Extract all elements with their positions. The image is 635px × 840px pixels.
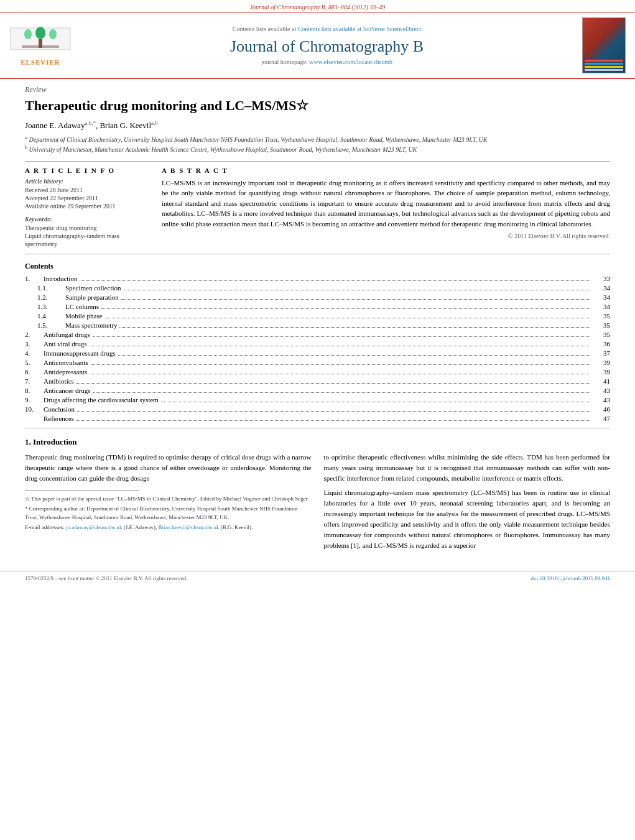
contents-section: Contents 1. Introduction 33 1.1. Specime…	[25, 262, 610, 423]
doi-link[interactable]: doi:10.1016/j.jchromb.2011.09.041	[531, 575, 610, 581]
section-label: Review	[25, 85, 610, 95]
contents-page-6: 39	[591, 368, 610, 376]
footnote-1-symbol: ☆	[25, 496, 30, 502]
contents-table: 1. Introduction 33 1.1. Specimen collect…	[25, 275, 610, 423]
abstract-divider	[25, 254, 610, 254]
contents-row-1-3: 1.3. LC columns 34	[25, 303, 610, 311]
abstract-section: A B S T R A C T LC–MS/MS is an increasin…	[162, 167, 610, 249]
cover-line-4	[585, 69, 623, 71]
affiliation-b: b University of Manchester, Manchester A…	[25, 144, 610, 154]
contents-label-1-1: Specimen collection	[65, 284, 591, 292]
contents-row-4: 4. Immunosuppressant drugs 37	[25, 349, 610, 358]
contents-num-1-3: 1.3.	[37, 303, 65, 310]
keyword-1: Therapeutic drug monitoring	[25, 224, 149, 231]
footnote-2: * Corresponding author at: Department of…	[25, 505, 312, 522]
contents-num-7: 7.	[25, 377, 44, 385]
contents-label-8: Anticancer drugs	[44, 387, 591, 395]
journal-homepage: journal homepage: www.elsevier.com/locat…	[261, 58, 392, 65]
contents-page-1-1: 34	[591, 284, 610, 292]
affiliation-b-sup: b	[25, 145, 27, 150]
contents-page-1-4: 35	[591, 312, 610, 320]
contents-label-9: Drugs affecting the cardiovascular syste…	[44, 396, 591, 404]
email-link-2[interactable]: Brian.keevil@uhsm.nhs.uk	[159, 524, 220, 530]
contents-num-3: 3.	[25, 340, 44, 348]
article-info-heading: A R T I C L E I N F O	[25, 167, 149, 174]
keyword-2: Liquid chromatography–tandem mass	[25, 233, 149, 239]
footer-doi: doi:10.1016/j.jchromb.2011.09.041	[531, 575, 610, 581]
affiliation-a-sup: a	[25, 135, 27, 141]
journal-header: ELSEVIER Contents lists available at Con…	[0, 12, 635, 79]
contents-divider	[25, 428, 610, 428]
cover-decoration	[585, 60, 623, 71]
svg-point-1	[24, 29, 32, 39]
contents-num-2: 2.	[25, 331, 44, 338]
introduction-heading: 1. Introduction	[25, 437, 610, 447]
contents-page-1: 33	[591, 275, 610, 282]
elsevier-logo-area: ELSEVIER	[6, 17, 75, 73]
keywords-label: Keywords:	[25, 216, 149, 223]
footnote-3-text: E-mail addresses: jo.adaway@uhsm.nhs.uk …	[25, 524, 253, 530]
available-date: Available online 29 September 2011	[25, 203, 149, 210]
contents-label-4: Immunosuppressant drugs	[44, 349, 591, 358]
contents-label-1-4: Mobile phase	[65, 312, 591, 320]
contents-num-4: 4.	[25, 349, 44, 357]
abstract-heading: A B S T R A C T	[162, 167, 610, 174]
introduction-section: 1. Introduction Therapeutic drug monitor…	[25, 437, 610, 555]
contents-label-1-5: Mass spectrometry	[65, 321, 591, 330]
contents-num-1-1: 1.1.	[37, 284, 65, 292]
contents-page-2: 35	[591, 331, 610, 338]
footnote-3: E-mail addresses: jo.adaway@uhsm.nhs.uk …	[25, 524, 312, 532]
homepage-link[interactable]: www.elsevier.com/locate/chromb	[309, 58, 392, 65]
contents-num-1-5: 1.5.	[37, 321, 65, 329]
page: Journal of Chromatography B, 883–884 (20…	[0, 0, 635, 840]
contents-page-7: 41	[591, 377, 610, 385]
abstract-text: LC–MS/MS is an increasingly important to…	[162, 178, 610, 229]
contents-row-2: 2. Antifungal drugs 35	[25, 331, 610, 339]
contents-row-6: 6. Antidepressants 39	[25, 368, 610, 376]
svg-point-3	[49, 29, 57, 39]
contents-label-ref: References	[44, 415, 591, 423]
intro-two-col: Therapeutic drug monitoring (TDM) is req…	[25, 452, 610, 555]
elsevier-label: ELSEVIER	[9, 58, 72, 66]
elsevier-logo-svg	[9, 27, 72, 55]
contents-num-6: 6.	[25, 368, 44, 376]
journal-title: Journal of Chromatography B	[230, 37, 424, 56]
elsevier-logo: ELSEVIER	[9, 27, 72, 64]
svg-point-2	[35, 27, 45, 39]
cover-image	[582, 17, 626, 73]
contents-page-10: 46	[591, 405, 610, 413]
contents-row-5: 5. Anticonvulsants 39	[25, 359, 610, 367]
affiliation-a: a Department of Clinical Biochemistry, U…	[25, 134, 610, 144]
authors-line: Joanne E. Adawaya,b,*, Brian G. Keevila,…	[25, 120, 610, 131]
journal-cover	[579, 17, 629, 73]
contents-label-2: Antifungal drugs	[44, 331, 591, 339]
cover-line-1	[585, 60, 623, 62]
intro-para-1: Therapeutic drug monitoring (TDM) is req…	[25, 452, 312, 484]
contents-num-8: 8.	[25, 387, 44, 394]
footnote-2-text: Corresponding author at: Department of C…	[25, 505, 297, 520]
contents-num-1: 1.	[25, 275, 44, 282]
copyright-line: © 2011 Elsevier B.V. All rights reserved…	[162, 233, 610, 239]
contents-page-1-5: 35	[591, 321, 610, 329]
contents-row-10: 10. Conclusion 46	[25, 405, 610, 413]
contents-label-1-3: LC columns	[65, 303, 591, 311]
email-link-1[interactable]: jo.adaway@uhsm.nhs.uk	[66, 524, 123, 530]
contents-num-1-2: 1.2.	[37, 293, 65, 301]
contents-label-10: Conclusion	[44, 405, 591, 413]
header-divider	[25, 161, 610, 162]
contents-num-1-4: 1.4.	[37, 312, 65, 320]
author1-name: Joanne E. Adaway	[25, 121, 85, 130]
article-title: Therapeutic drug monitoring and LC–MS/MS…	[25, 97, 610, 115]
sciverse-link[interactable]: Contents lists available at SciVerse Sci…	[298, 25, 422, 32]
accepted-date: Accepted 22 September 2011	[25, 195, 149, 201]
footnote-1-text: This paper is part of the special issue …	[31, 496, 308, 502]
contents-page-3: 36	[591, 340, 610, 348]
footnote-1: ☆ This paper is part of the special issu…	[25, 495, 312, 504]
contents-label-1: Introduction	[44, 275, 591, 283]
footnote-divider	[25, 490, 139, 491]
contents-num-9: 9.	[25, 396, 44, 404]
contents-row-7: 7. Antibiotics 41	[25, 377, 610, 385]
cover-line-2	[585, 63, 623, 65]
contents-label-7: Antibiotics	[44, 377, 591, 385]
footnote-2-symbol: *	[25, 505, 28, 512]
